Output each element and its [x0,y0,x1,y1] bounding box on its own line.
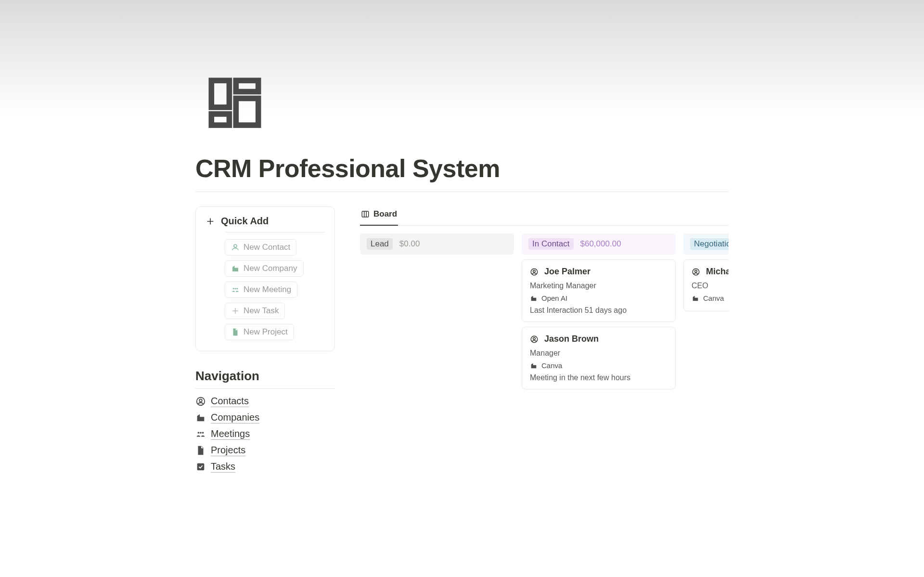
card-company: Canva [692,294,724,302]
stage-amount: $60,000.00 [580,239,621,249]
company-icon [692,295,699,302]
project-icon [195,445,206,456]
nav-label: Meetings [211,428,250,440]
card-role: Marketing Manager [530,282,667,290]
svg-rect-9 [236,80,258,91]
card[interactable]: Joe Palmer Marketing Manager Open AI Las… [522,259,676,322]
new-meeting-button[interactable]: New Meeting [225,282,297,298]
board-icon [361,210,370,218]
card-role: Manager [530,349,667,358]
navigation-title: Navigation [195,369,335,384]
stage-tag: Negotiation [690,238,729,250]
qa-label: New Company [244,264,297,273]
plus-icon [231,307,240,315]
company-icon [195,412,206,423]
nav-label: Companies [211,412,259,423]
stage-amount: $0.00 [399,239,420,249]
person-icon [692,268,700,276]
qa-label: New Meeting [244,285,291,295]
tab-board[interactable]: Board [360,206,398,226]
project-icon [231,328,240,336]
card-company: Canva [530,361,562,370]
card-name: Joe Palmer [544,267,590,277]
card-name: Jason Brown [544,334,599,344]
column-header[interactable]: In Contact $60,000.00 [522,233,676,255]
meeting-icon [195,429,206,439]
svg-rect-11 [236,98,258,125]
plus-icon [205,217,215,226]
card-company: Open AI [530,294,567,302]
new-project-button[interactable]: New Project [225,324,294,340]
nav-tasks[interactable]: Tasks [195,461,335,473]
page-icon [207,76,263,132]
quick-add-box: Quick Add New Contact New Company New Me… [195,206,335,351]
divider [195,388,335,389]
contact-icon [195,396,206,407]
contact-icon [231,243,240,252]
nav-contacts[interactable]: Contacts [195,396,335,407]
meeting-icon [231,285,240,294]
card-name: Michael Memphis [706,267,729,277]
divider [195,192,729,192]
nav-companies[interactable]: Companies [195,412,335,423]
card-note: Last Interaction 51 days ago [530,306,667,315]
stage-tag: In Contact [528,238,574,250]
card-role: CEO [692,282,729,290]
column-header[interactable]: Negotiation $22,000.00 [683,233,729,255]
new-contact-button[interactable]: New Contact [225,239,296,256]
person-icon [530,335,539,344]
company-icon [530,362,538,370]
nav-label: Tasks [211,461,235,473]
person-icon [530,268,539,276]
tab-label: Board [373,209,397,219]
nav-meetings[interactable]: Meetings [195,428,335,440]
qa-label: New Task [244,306,279,316]
company-icon [231,264,240,273]
stage-tag: Lead [367,238,393,250]
nav-label: Contacts [211,396,249,407]
board: Lead $0.00 In Contact $60,000.00 Joe Pal… [360,233,729,394]
card-company-label: Canva [541,361,562,370]
card-note: Meeting in the next few hours [530,373,667,382]
new-company-button[interactable]: New Company [225,260,304,277]
column-negotiation: Negotiation $22,000.00 Michael Memphis C… [683,233,729,394]
company-icon [530,295,538,302]
new-task-button[interactable]: New Task [225,303,285,319]
column-header[interactable]: Lead $0.00 [360,233,514,255]
svg-rect-10 [211,114,229,125]
task-icon [195,462,206,472]
quick-add-header: Quick Add [205,216,325,232]
column-lead: Lead $0.00 [360,233,514,394]
cover-banner [0,0,924,115]
quick-add-title: Quick Add [221,216,269,227]
page-title: CRM Professional System [195,115,729,183]
view-tabs: Board [360,206,729,226]
nav-label: Projects [211,445,245,456]
svg-rect-8 [211,80,229,107]
card-company-label: Open AI [541,294,567,302]
column-in-contact: In Contact $60,000.00 Joe Palmer Marketi… [522,233,676,394]
card[interactable]: Jason Brown Manager Canva Meeting in the… [522,327,676,389]
nav-projects[interactable]: Projects [195,445,335,456]
card-company-label: Canva [703,294,724,302]
qa-label: New Project [244,327,288,337]
card[interactable]: Michael Memphis CEO Canva [683,259,729,311]
qa-label: New Contact [244,243,290,252]
